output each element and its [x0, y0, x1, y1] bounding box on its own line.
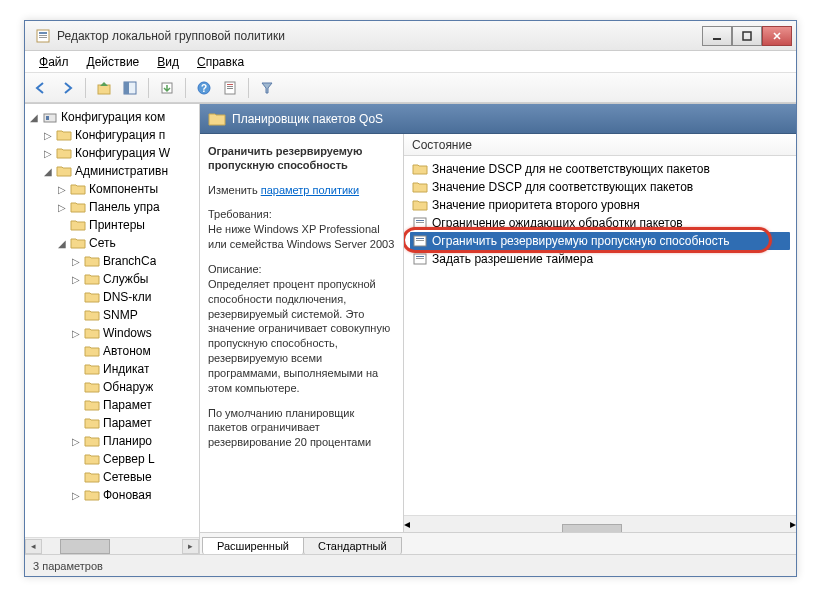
app-icon [35, 28, 51, 44]
menu-action[interactable]: Действие [79, 53, 148, 71]
svg-rect-1 [39, 32, 47, 34]
tree-item[interactable]: ◢Сеть [27, 234, 197, 252]
svg-rect-16 [44, 114, 56, 122]
scroll-thumb[interactable] [562, 524, 622, 532]
tree-item[interactable]: Автоном [27, 342, 197, 360]
content-area: ◢Конфигурация ком ▷Конфигурация п ▷Конфи… [25, 103, 796, 554]
view-tabs: Расширенный Стандартный [200, 532, 796, 554]
svg-rect-22 [416, 238, 424, 239]
tree-pane: ◢Конфигурация ком ▷Конфигурация п ▷Конфи… [25, 104, 200, 554]
list-rows: Значение DSCP для не соответствующих пак… [404, 156, 796, 515]
scroll-right-icon[interactable]: ▸ [182, 539, 199, 554]
close-button[interactable] [762, 26, 792, 46]
filter-button[interactable] [255, 76, 279, 100]
scroll-left-icon[interactable]: ◂ [25, 539, 42, 554]
svg-rect-19 [416, 220, 424, 221]
statusbar: 3 параметров [25, 554, 796, 576]
properties-button[interactable] [218, 76, 242, 100]
tree-item[interactable]: ▷Службы [27, 270, 197, 288]
back-button[interactable] [29, 76, 53, 100]
tree-hscrollbar[interactable]: ◂ ▸ [25, 537, 199, 554]
tree-item[interactable]: ▷Конфигурация W [27, 144, 197, 162]
menu-help[interactable]: Справка [189, 53, 252, 71]
titlebar: Редактор локальной групповой политики [25, 21, 796, 51]
menu-file[interactable]: Файл [31, 53, 77, 71]
folder-icon [412, 180, 428, 194]
tree-root[interactable]: ◢Конфигурация ком [27, 108, 197, 126]
svg-rect-5 [743, 32, 751, 40]
edit-policy-link[interactable]: параметр политики [261, 184, 359, 196]
svg-rect-26 [416, 258, 424, 259]
tab-standard[interactable]: Стандартный [303, 537, 402, 554]
separator [148, 78, 149, 98]
scroll-left-icon[interactable]: ◂ [404, 517, 410, 531]
maximize-button[interactable] [732, 26, 762, 46]
up-button[interactable] [92, 76, 116, 100]
tree-item[interactable]: SNMP [27, 306, 197, 324]
tree-item[interactable]: ▷Планиро [27, 432, 197, 450]
description-column: Ограничить резервируемую пропускную спос… [200, 134, 404, 532]
edit-line: Изменить параметр политики [208, 183, 395, 198]
scroll-thumb[interactable] [60, 539, 110, 554]
description: Описание:Определяет процент пропускной с… [208, 262, 395, 396]
svg-rect-2 [39, 35, 47, 36]
svg-rect-3 [39, 37, 47, 38]
folder-icon [412, 162, 428, 176]
tree-item[interactable]: Парамет [27, 414, 197, 432]
tree-item[interactable]: ▷Конфигурация п [27, 126, 197, 144]
tree-item[interactable]: ▷BranchCa [27, 252, 197, 270]
export-button[interactable] [155, 76, 179, 100]
separator [248, 78, 249, 98]
tree-item[interactable]: Принтеры [27, 216, 197, 234]
folder-icon [412, 198, 428, 212]
list-column-header[interactable]: Состояние [404, 134, 796, 156]
svg-rect-20 [416, 222, 424, 223]
list-item[interactable]: Значение DSCP для соответствующих пакето… [410, 178, 790, 196]
window-title: Редактор локальной групповой политики [57, 29, 702, 43]
list-item[interactable]: Задать разрешение таймера [410, 250, 790, 268]
tree-item[interactable]: ▷Windows [27, 324, 197, 342]
scroll-right-icon[interactable]: ▸ [790, 517, 796, 531]
svg-rect-6 [98, 85, 110, 94]
svg-rect-25 [416, 256, 424, 257]
tree-item[interactable]: Обнаруж [27, 378, 197, 396]
detail-header: Планировщик пакетов QoS [200, 104, 796, 134]
tree-view[interactable]: ◢Конфигурация ком ▷Конфигурация п ▷Конфи… [25, 104, 199, 537]
status-text: 3 параметров [33, 560, 103, 572]
minimize-button[interactable] [702, 26, 732, 46]
list-hscrollbar[interactable]: ◂ ▸ [404, 515, 796, 532]
svg-rect-13 [227, 84, 233, 85]
tab-extended[interactable]: Расширенный [202, 537, 304, 554]
svg-rect-14 [227, 86, 233, 87]
forward-button[interactable] [55, 76, 79, 100]
window-controls [702, 26, 792, 46]
list-item[interactable]: Ограничение ожидающих обработки пакетов [410, 214, 790, 232]
requirements: Требования:Не ниже Windows XP Profession… [208, 207, 395, 252]
tree-item[interactable]: Индикат [27, 360, 197, 378]
svg-text:?: ? [201, 83, 207, 94]
tree-item[interactable]: ▷Фоновая [27, 486, 197, 504]
tree-item[interactable]: DNS-кли [27, 288, 197, 306]
list-item[interactable]: Значение приоритета второго уровня [410, 196, 790, 214]
separator [185, 78, 186, 98]
svg-rect-15 [227, 88, 233, 89]
tree-item[interactable]: Парамет [27, 396, 197, 414]
menu-view[interactable]: Вид [149, 53, 187, 71]
tree-item[interactable]: ▷Панель упра [27, 198, 197, 216]
policy-icon [412, 216, 428, 230]
detail-title: Планировщик пакетов QoS [232, 112, 383, 126]
description-2: По умолчанию планировщик пакетов огранич… [208, 406, 395, 451]
svg-rect-17 [46, 116, 49, 120]
list-item-selected[interactable]: Ограничить резервируемую пропускную спос… [410, 232, 790, 250]
tree-item[interactable]: ◢Административн [27, 162, 197, 180]
svg-rect-8 [124, 82, 129, 94]
list-item[interactable]: Значение DSCP для не соответствующих пак… [410, 160, 790, 178]
tree-item[interactable]: ▷Компоненты [27, 180, 197, 198]
show-hide-tree-button[interactable] [118, 76, 142, 100]
tree-item[interactable]: Сетевые [27, 468, 197, 486]
toolbar: ? [25, 73, 796, 103]
tree-item[interactable]: Сервер L [27, 450, 197, 468]
policy-icon [412, 252, 428, 266]
help-button[interactable]: ? [192, 76, 216, 100]
list-column: Состояние Значение DSCP для не соответст… [404, 134, 796, 532]
